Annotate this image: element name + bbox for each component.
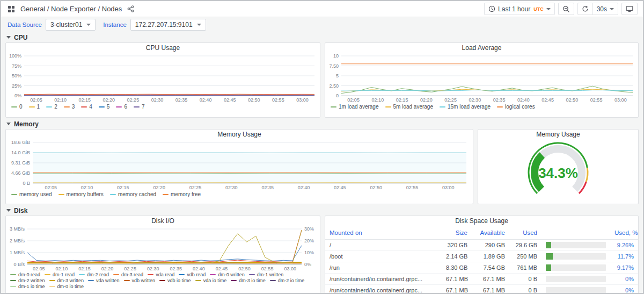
zoom-out-button[interactable] — [558, 3, 574, 15]
legend-item-dm-3-io-time[interactable]: dm-3 io time — [231, 278, 266, 283]
time-range-picker[interactable]: Last 1 hour UTC — [484, 3, 555, 15]
chevron-down-icon — [6, 36, 11, 39]
memory-usage-chart[interactable]: 0 B4.66 GiB9.31 GiB14.0 GiB18.6 GiB02:05… — [6, 140, 473, 190]
legend-item-vdb-written[interactable]: vdb written — [124, 278, 156, 283]
usage-bar-track — [546, 242, 606, 248]
legend-item-dm-3-read[interactable]: dm-3 read — [113, 272, 143, 277]
section-header-memory[interactable]: Memory — [1, 119, 643, 129]
refresh-button[interactable] — [577, 3, 593, 15]
legend-item-7[interactable]: 7 — [134, 104, 145, 110]
refresh-interval-picker[interactable]: 30s — [592, 3, 618, 15]
svg-text:0%: 0% — [14, 93, 21, 98]
legend-item-memory-used[interactable]: memory used — [11, 191, 52, 197]
legend-item-memory-buffers[interactable]: memory buffers — [58, 191, 104, 197]
legend-swatch — [113, 274, 119, 275]
svg-text:02:50: 02:50 — [566, 97, 579, 103]
cell-available: 290 GB — [472, 240, 509, 251]
legend-item-dm-2-written[interactable]: dm-2 written — [10, 278, 45, 283]
legend-label: 0 — [19, 104, 23, 110]
cell-available: 1.89 GB — [472, 251, 509, 262]
panel-title[interactable]: Disk Space Usage — [325, 216, 638, 226]
column-header[interactable]: Size — [442, 226, 472, 240]
svg-text:02:05: 02:05 — [33, 266, 45, 271]
disk-io-chart[interactable]: 0 B/s1 MB/s2 MB/s3 MB/s0%10%20%30%02:050… — [6, 226, 320, 271]
legend-item-0[interactable]: 0 — [11, 104, 23, 110]
legend-item-3[interactable]: 3 — [64, 104, 75, 110]
cell-mounted-on: /run/containerd/io.containerd.grpc... — [325, 274, 442, 285]
breadcrumb[interactable]: General / Node Exporter / Nodes — [20, 5, 122, 13]
legend-item-vda-io-time[interactable]: vda io time — [195, 278, 227, 283]
section-header-cpu[interactable]: CPU — [1, 32, 643, 42]
legend-item-dm-2-read[interactable]: dm-2 read — [79, 272, 109, 277]
svg-text:0 B/s: 0 B/s — [13, 262, 25, 267]
section-header-disk[interactable]: Disk — [1, 205, 643, 216]
cycle-view-button[interactable] — [621, 3, 638, 15]
share-icon[interactable] — [126, 4, 135, 13]
legend-item-vda-read[interactable]: vda read — [148, 272, 174, 277]
legend-item-15m-load-average[interactable]: 15m load average — [440, 104, 491, 110]
load-average-chart[interactable]: 02.5057.501002:0502:1002:1502:2002:2502:… — [325, 53, 638, 103]
panel-title[interactable]: Memory Usage — [478, 130, 638, 140]
panel-title[interactable]: CPU Usage — [6, 43, 320, 53]
variable-value: 3-cluster01 — [50, 21, 82, 28]
zoom-out-icon — [562, 5, 570, 13]
column-header[interactable] — [541, 226, 610, 240]
legend-item-dm-0-written[interactable]: dm-0 written — [210, 272, 245, 277]
legend-item-1m-load-average[interactable]: 1m load average — [331, 104, 379, 110]
legend-label: dm-1 written — [257, 272, 284, 277]
legend-item-4[interactable]: 4 — [81, 104, 92, 110]
legend-item-6[interactable]: 6 — [116, 104, 127, 110]
chevron-down-icon — [546, 8, 551, 10]
legend-item-dm-3-written[interactable]: dm-3 written — [49, 278, 84, 283]
legend-label: dm-2 io time — [278, 278, 305, 283]
legend-item-5m-load-average[interactable]: 5m load average — [385, 104, 434, 110]
legend-item-memory-free[interactable]: memory free — [163, 191, 201, 197]
legend-item-dm-0-io-time[interactable]: dm-0 io time — [49, 284, 84, 289]
legend-item-memory-cached[interactable]: memory cached — [110, 191, 156, 197]
column-header[interactable]: Mounted on — [325, 226, 442, 240]
cell-used-pct: 0% — [610, 274, 638, 285]
svg-text:02:35: 02:35 — [261, 185, 274, 190]
table-row: /boot2.14 GB1.89 GB250 MB11.7% — [325, 251, 638, 262]
cell-used-pct: 0% — [610, 285, 638, 294]
legend-label: memory used — [19, 191, 52, 197]
panel-title[interactable]: Load Average — [325, 43, 638, 53]
column-header[interactable]: Available — [472, 226, 509, 240]
svg-text:02:25: 02:25 — [189, 185, 202, 190]
legend-item-dm-1-written[interactable]: dm-1 written — [249, 272, 284, 277]
legend-item-vda-written[interactable]: vda written — [88, 278, 120, 283]
apps-grid-icon[interactable] — [6, 4, 16, 14]
column-header[interactable]: Used — [509, 226, 541, 240]
legend-item-dm-1-io-time[interactable]: dm-1 io time — [10, 284, 45, 289]
svg-text:0 B: 0 B — [23, 181, 30, 186]
legend-item-dm-2-io-time[interactable]: dm-2 io time — [270, 278, 305, 283]
legend-item-1[interactable]: 1 — [29, 104, 40, 110]
row-memory: Memory Usage 0 B4.66 GiB9.31 GiB14.0 GiB… — [1, 129, 643, 204]
column-header[interactable]: Used, % — [610, 226, 638, 240]
svg-text:03:00: 03:00 — [296, 97, 309, 103]
panel-title[interactable]: Memory Usage — [6, 130, 473, 140]
svg-text:34.3%: 34.3% — [538, 165, 578, 181]
datasource-select[interactable]: 3-cluster01 — [46, 19, 96, 31]
svg-text:75%: 75% — [12, 63, 21, 69]
legend-item-vdb-read[interactable]: vdb read — [179, 272, 206, 277]
legend-item-5[interactable]: 5 — [99, 104, 110, 110]
legend-item-vdb-io-time[interactable]: vdb io time — [159, 278, 191, 283]
tv-icon — [626, 5, 633, 12]
legend-swatch — [99, 106, 105, 107]
legend-item-2[interactable]: 2 — [46, 104, 57, 110]
panel-title[interactable]: Disk I/O — [6, 216, 320, 226]
panel-cpu-usage: CPU Usage 0%25%50%75%100%02:0502:1002:15… — [5, 42, 320, 118]
svg-text:02:30: 02:30 — [151, 97, 164, 103]
svg-text:7.50: 7.50 — [329, 63, 339, 69]
cell-used-bar — [541, 274, 610, 285]
legend-item-dm-0-read[interactable]: dm-0 read — [10, 272, 40, 277]
svg-text:02:20: 02:20 — [103, 97, 115, 103]
cpu-usage-chart[interactable]: 0%25%50%75%100%02:0502:1002:1502:2002:25… — [6, 53, 320, 103]
svg-text:02:45: 02:45 — [216, 266, 228, 271]
legend-item-dm-1-read[interactable]: dm-1 read — [45, 272, 75, 277]
svg-text:9.31 GiB: 9.31 GiB — [11, 160, 30, 166]
instance-select[interactable]: 172.27.207.15:9101 — [130, 19, 206, 31]
svg-text:02:50: 02:50 — [238, 266, 251, 271]
legend-item-logical-cores[interactable]: logical cores — [497, 104, 535, 110]
